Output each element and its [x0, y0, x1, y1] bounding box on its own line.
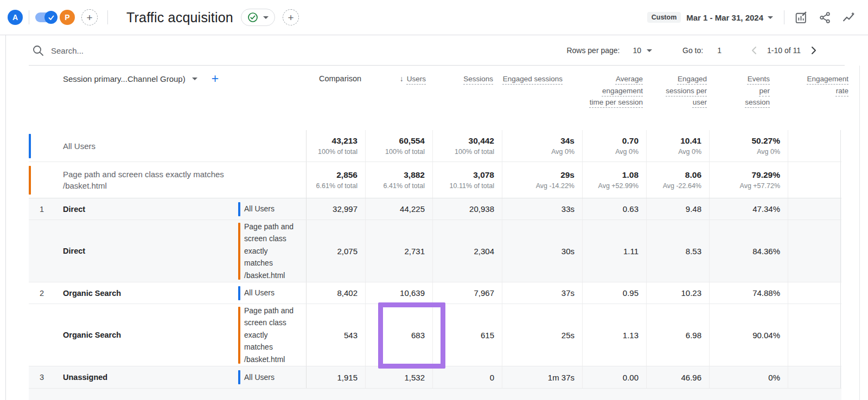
- comparison-cell: All Users: [238, 198, 306, 220]
- avatar-p[interactable]: P: [60, 10, 75, 25]
- metric-cell: 10.23: [646, 282, 709, 304]
- table-row[interactable]: 1DirectAll Users32,99744,22520,93833s0.6…: [29, 198, 841, 220]
- empty-cell: [788, 282, 841, 304]
- report-status-dropdown[interactable]: [241, 9, 275, 26]
- column-header-label: Users: [407, 73, 426, 85]
- summary-row: All Users43,213100% of total60,554100% o…: [29, 130, 841, 162]
- avatar-a[interactable]: A: [8, 10, 23, 25]
- metric-value: 3,882: [404, 170, 425, 180]
- metric-value: 20,938: [469, 204, 494, 214]
- metric-value: 1,915: [337, 372, 358, 383]
- chevron-down-icon: [263, 16, 269, 19]
- metric-cell: 2,304: [432, 220, 502, 282]
- empty-cell: [788, 366, 841, 388]
- metric-cell: 25s: [502, 304, 582, 366]
- pagination-range: 1-10 of 11: [767, 46, 801, 55]
- report-table-card: Rows per page: 10 Go to: 1 1-10 of 11: [5, 35, 868, 400]
- column-header-label: Engaged sessions per user: [663, 73, 707, 108]
- comparison-color-bar: [238, 307, 240, 364]
- column-header-users[interactable]: ↓Users: [374, 66, 433, 130]
- metric-cell: 34sAvg 0%: [502, 130, 582, 162]
- customize-report-icon[interactable]: [793, 10, 808, 25]
- row-index: 2: [29, 282, 55, 304]
- column-header-engaged-sessions[interactable]: Engaged sessions: [501, 66, 570, 130]
- metric-cell: 9.48: [646, 198, 709, 220]
- dimension-selector[interactable]: Session primary...Channel Group) +: [63, 73, 219, 84]
- column-header-label: Engaged sessions: [503, 73, 563, 85]
- insights-icon[interactable]: [841, 10, 856, 25]
- column-header-label: Sessions: [463, 73, 493, 85]
- dimension-header-cell: Session primary...Channel Group) +: [29, 66, 306, 130]
- metric-cell: 60,554100% of total: [365, 130, 432, 162]
- empty-cell: [788, 162, 841, 198]
- metric-cell: 2,8566.61% of total: [306, 162, 365, 198]
- toggle-thumb-check-icon: [44, 11, 58, 24]
- column-header-label: Events per session: [737, 73, 770, 108]
- summary-row-label: All Users: [29, 130, 306, 162]
- metric-subvalue: 100% of total: [385, 147, 425, 157]
- column-header-average-engagement-time-per-session[interactable]: Average engagement time per session: [570, 66, 650, 130]
- sort-descending-icon: ↓: [400, 73, 404, 85]
- metric-value: 60,554: [399, 136, 425, 146]
- metric-value: 10.41: [680, 136, 701, 146]
- metric-value: 30s: [561, 246, 575, 256]
- column-header-events-per-session[interactable]: Events per session: [714, 66, 777, 130]
- column-header-label: Average engagement time per session: [589, 73, 643, 108]
- column-header-engaged-sessions-per-user[interactable]: Engaged sessions per user: [650, 66, 714, 130]
- metric-value: 29s: [560, 170, 575, 180]
- table-row[interactable]: DirectPage path and screen class exactly…: [29, 220, 841, 282]
- comparison-toggle[interactable]: [35, 12, 56, 22]
- summary-row-label: Page path and screen class exactly match…: [29, 162, 306, 198]
- comparison-label: Page path and screen class exactly match…: [244, 221, 296, 282]
- metric-cell: 1.13: [582, 304, 646, 366]
- metric-cell: 1,532: [365, 366, 432, 388]
- metric-cell: 3,07810.11% of total: [432, 162, 502, 198]
- metric-value: 1,532: [404, 372, 425, 383]
- metric-cell: 50.27%Avg 0%: [709, 130, 788, 162]
- metric-cell: 79.29%Avg +57.72%: [709, 162, 788, 198]
- metric-cell: 0%: [709, 366, 788, 388]
- date-range-label[interactable]: Mar 1 - Mar 31, 2024: [686, 13, 763, 22]
- metric-cell: 37s: [502, 282, 582, 304]
- share-icon[interactable]: [817, 10, 832, 25]
- date-range-custom-badge: Custom: [647, 12, 681, 23]
- metric-cell: 33s: [502, 198, 582, 220]
- column-header-sessions[interactable]: Sessions: [433, 66, 501, 130]
- metric-cell: 29sAvg -14.22%: [502, 162, 582, 198]
- metric-subvalue: Avg +52.99%: [598, 182, 639, 191]
- metric-cell: 1,915: [306, 366, 365, 388]
- chevron-down-icon: [192, 78, 197, 80]
- metric-cell: 30,442100% of total: [432, 130, 502, 162]
- column-header-label: Engagement rate: [796, 73, 848, 96]
- metric-value: 43,213: [332, 136, 358, 146]
- add-report-button[interactable]: +: [283, 9, 299, 25]
- comparison-label: Page path and screen class exactly match…: [63, 169, 250, 191]
- metric-subvalue: 6.41% of total: [384, 182, 425, 191]
- add-comparison-button[interactable]: +: [81, 9, 98, 25]
- go-to-input[interactable]: 1: [717, 46, 722, 55]
- date-range-caret-icon[interactable]: [768, 16, 773, 19]
- divider: [859, 66, 860, 400]
- metric-cell: 543: [306, 304, 365, 366]
- metric-subvalue: 6.61% of total: [316, 182, 358, 191]
- metric-subvalue: 10.11% of total: [450, 182, 494, 191]
- metric-cell: 1.11: [582, 220, 646, 282]
- table-row[interactable]: 3UnassignedAll Users1,9151,53201m 37s0.0…: [29, 366, 841, 389]
- search-input[interactable]: [51, 46, 279, 55]
- partial-row: [29, 389, 841, 400]
- table-row[interactable]: 2Organic SearchAll Users8,40210,6397,967…: [29, 282, 841, 304]
- column-header-engagement-rate[interactable]: Engagement rate: [777, 66, 856, 130]
- previous-page-icon[interactable]: [749, 45, 760, 56]
- metric-cell: 10,639: [365, 282, 432, 304]
- rows-per-page-select[interactable]: 10: [633, 46, 652, 55]
- metric-value: 6.98: [686, 330, 701, 340]
- comparison-cell: All Users: [238, 366, 306, 388]
- next-page-icon[interactable]: [808, 45, 819, 56]
- add-dimension-button[interactable]: +: [212, 73, 219, 84]
- empty-cell: [788, 198, 841, 220]
- metric-value: 2,856: [336, 170, 358, 180]
- metric-value: 8.53: [686, 246, 701, 256]
- empty-cell: [788, 220, 841, 282]
- metric-subvalue: Avg -22.64%: [663, 182, 701, 191]
- metric-value: 9.48: [686, 204, 701, 214]
